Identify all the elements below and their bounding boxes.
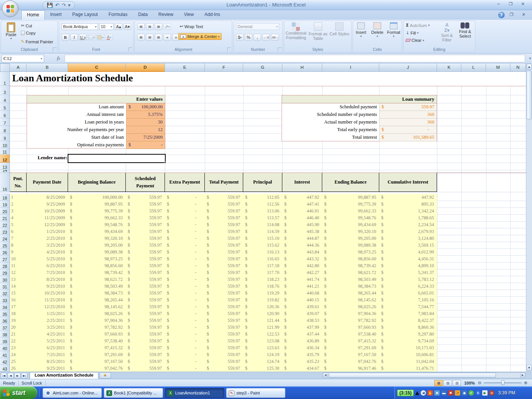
table-cell[interactable]: $447.41	[282, 201, 322, 207]
table-cell[interactable]: $114.59	[243, 228, 282, 235]
table-cell[interactable]: 9/25/2009	[27, 201, 68, 207]
undo-button[interactable]: ↶	[55, 2, 59, 8]
clear-button[interactable]: Clear▾	[406, 38, 424, 43]
table-cell[interactable]: $98,025.26	[68, 310, 126, 317]
table-cell[interactable]: $11,476.71	[379, 365, 437, 372]
table-cell[interactable]: $6,665.01	[379, 290, 437, 296]
percent-style-button[interactable]: %	[245, 34, 252, 41]
row-header-37[interactable]: 37	[0, 324, 10, 331]
table-cell[interactable]: $559.97	[205, 228, 243, 235]
table-cell[interactable]: 8/25/2010	[27, 276, 68, 283]
table-header-6[interactable]: Total Payment	[205, 173, 243, 192]
selected-cell-C12[interactable]	[68, 154, 166, 163]
table-cell[interactable]: $444.87	[282, 235, 322, 242]
sheet-area[interactable]: Loan Amortization Schedule Enter values …	[10, 72, 526, 372]
table-cell[interactable]: $120.90	[243, 310, 282, 317]
table-cell[interactable]: $11,042.04	[379, 358, 437, 365]
table-cell[interactable]: $115.62	[243, 242, 282, 249]
table-header-7[interactable]: Principal	[243, 173, 282, 192]
tab-page-layout[interactable]: Page Layout	[67, 10, 103, 20]
table-cell[interactable]: $1,788.65	[379, 214, 437, 221]
column-header-H[interactable]: H	[282, 63, 322, 72]
table-cell[interactable]: $-	[165, 365, 205, 372]
table-cell[interactable]: $-	[165, 214, 205, 221]
table-cell[interactable]: $435.23	[282, 358, 322, 365]
table-cell[interactable]: $98,145.62	[322, 296, 379, 303]
table-cell[interactable]: 8	[10, 242, 27, 249]
normal-view-button[interactable]: ▦	[434, 380, 443, 386]
table-cell[interactable]: $-	[165, 255, 205, 262]
table-cell[interactable]: 20	[10, 324, 27, 331]
table-cell[interactable]: $-	[165, 228, 205, 235]
table-cell[interactable]: $124.74	[243, 358, 282, 365]
table-cell[interactable]: 18	[10, 310, 27, 317]
cut-button[interactable]: ✂Cut	[21, 23, 32, 28]
table-cell[interactable]: $559.97	[126, 283, 165, 290]
table-cell[interactable]: $559.97	[126, 221, 165, 228]
table-cell[interactable]: $119.82	[243, 296, 282, 303]
number-dialog-launcher[interactable]	[278, 48, 282, 51]
table-cell[interactable]: $117.18	[243, 262, 282, 269]
table-cell[interactable]: $97,167.50	[68, 358, 126, 365]
table-cell[interactable]: $559.97	[126, 201, 165, 207]
table-cell[interactable]: $97,782.92	[68, 324, 126, 331]
table-cell[interactable]: $559.97	[205, 337, 243, 344]
table-cell[interactable]: $97,538.40	[322, 331, 379, 337]
table-cell[interactable]: $8,422.37	[379, 317, 437, 324]
table-cell[interactable]: $441.74	[282, 276, 322, 283]
format-painter-button[interactable]: ✎Format Painter	[21, 39, 53, 44]
table-cell[interactable]: 13	[10, 276, 27, 283]
table-cell[interactable]: $97,415.32	[322, 337, 379, 344]
table-cell[interactable]: $-	[165, 283, 205, 290]
formula-bar-expand-button[interactable]: ▾	[529, 57, 531, 60]
next-sheet-button[interactable]: ▶	[14, 373, 21, 378]
field-value[interactable]: 7/25/2009	[126, 134, 165, 141]
table-cell[interactable]: $437.44	[282, 331, 322, 337]
table-cell[interactable]: $115.10	[243, 235, 282, 242]
row-header-24[interactable]: 24	[0, 235, 10, 242]
zoom-in-button[interactable]: ⊕	[524, 380, 527, 385]
tray-check-icon[interactable]: ✔	[469, 390, 474, 396]
page-break-view-button[interactable]: ▥	[453, 380, 461, 386]
last-sheet-button[interactable]: ▶|	[21, 373, 27, 378]
table-cell[interactable]: 2	[10, 201, 27, 207]
table-cell[interactable]: $-	[165, 235, 205, 242]
row-header-26[interactable]: 26	[0, 249, 10, 255]
taskbar-task-1[interactable]: AimLoan.com - Online...	[43, 388, 102, 398]
table-cell[interactable]: $559.97	[205, 310, 243, 317]
table-cell[interactable]: $559.97	[205, 344, 243, 351]
workbook-minimize-button[interactable]: ─	[494, 12, 505, 18]
table-cell[interactable]: 2/25/2011	[27, 317, 68, 324]
table-cell[interactable]: $99,662.33	[68, 214, 126, 221]
table-cell[interactable]: $446.40	[282, 214, 322, 221]
table-cell[interactable]: $98,621.72	[68, 276, 126, 283]
row-header-21[interactable]: 21	[0, 214, 10, 221]
table-cell[interactable]: $-	[165, 303, 205, 310]
table-cell[interactable]: $559.97	[126, 317, 165, 324]
table-cell[interactable]: 12/25/2010	[27, 303, 68, 310]
row-header-29[interactable]: 29	[0, 269, 10, 276]
table-cell[interactable]: $97,415.32	[68, 344, 126, 351]
table-cell[interactable]: 22	[10, 337, 27, 344]
tray-shield-icon[interactable]: ◆	[462, 390, 467, 396]
tray-mute-icon[interactable]: ⊘	[489, 390, 494, 396]
fill-color-button[interactable]: ▾	[97, 34, 104, 41]
table-cell[interactable]: $-	[165, 344, 205, 351]
table-cell[interactable]: $9,297.80	[379, 331, 437, 337]
row-header-40[interactable]: 40	[0, 344, 10, 351]
table-cell[interactable]: $5,783.12	[379, 276, 437, 283]
restore-button[interactable]: ❐	[505, 2, 516, 7]
table-cell[interactable]: $123.63	[243, 344, 282, 351]
table-cell[interactable]: $119.29	[243, 290, 282, 296]
table-cell[interactable]: $434.67	[282, 365, 322, 372]
table-cell[interactable]: 3	[10, 207, 27, 214]
table-cell[interactable]: $559.97	[126, 242, 165, 249]
table-cell[interactable]: $120.36	[243, 303, 282, 310]
table-cell[interactable]: $96,917.46	[322, 365, 379, 372]
loan-summary-header[interactable]: Loan summary	[282, 95, 437, 103]
font-name-combo[interactable]: Book Antiqua▾	[62, 23, 98, 30]
workbook-close-button[interactable]: ✕	[518, 12, 529, 18]
table-cell[interactable]: $-	[165, 194, 205, 201]
table-cell[interactable]: $-	[165, 221, 205, 228]
horizontal-scrollbar[interactable]: ◀ ▶	[322, 372, 526, 378]
